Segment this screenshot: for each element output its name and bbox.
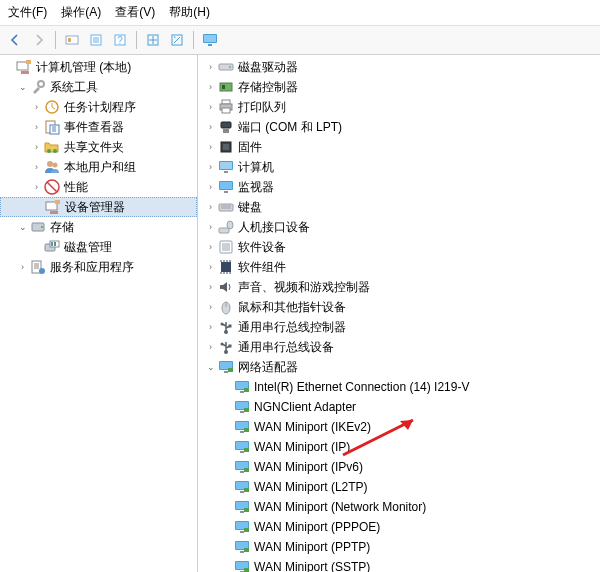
svg-rect-69 [224,371,228,373]
keyboard-icon [218,199,234,215]
device-usb-devices[interactable]: ›通用串行总线设备 [198,337,600,357]
expander-closed-icon[interactable]: › [30,181,43,194]
device-ports[interactable]: ›端口 (COM 和 LPT) [198,117,600,137]
network-adapter-item[interactable]: WAN Miniport (Network Monitor) [198,497,600,517]
expander-closed-icon[interactable]: › [204,121,217,134]
tree-disk-management[interactable]: 磁盘管理 [0,237,197,257]
expander-closed-icon[interactable]: › [204,101,217,114]
device-monitors[interactable]: ›监视器 [198,177,600,197]
network-adapter-item[interactable]: Intel(R) Ethernet Connection (14) I219-V [198,377,600,397]
device-label: 网络适配器 [238,357,298,377]
expander-closed-icon[interactable]: › [204,301,217,314]
tree-label: 本地用户和组 [64,157,136,177]
device-label: 端口 (COM 和 LPT) [238,117,342,137]
properties-button[interactable] [85,29,107,51]
network-adapter-item[interactable]: WAN Miniport (SSTP) [198,557,600,572]
expander-closed-icon[interactable]: › [204,181,217,194]
toolbar-btn-b[interactable] [166,29,188,51]
device-label: 通用串行总线设备 [238,337,334,357]
menu-action[interactable]: 操作(A) [61,4,101,21]
network-adapter-item[interactable]: WAN Miniport (PPTP) [198,537,600,557]
expander-closed-icon[interactable]: › [204,161,217,174]
toolbar-btn-a[interactable] [142,29,164,51]
menu-view[interactable]: 查看(V) [115,4,155,21]
scan-button[interactable] [61,29,83,51]
help-button[interactable]: ? [109,29,131,51]
device-sound[interactable]: ›声音、视频和游戏控制器 [198,277,600,297]
svg-point-29 [41,226,43,228]
expander-closed-icon[interactable]: › [204,141,217,154]
device-firmware[interactable]: ›固件 [198,137,600,157]
network-adapter-item[interactable]: WAN Miniport (PPPOE) [198,517,600,537]
device-network-adapters[interactable]: ⌄网络适配器 [198,357,600,377]
tree-performance[interactable]: › 性能 [0,177,197,197]
expander-closed-icon[interactable]: › [204,201,217,214]
device-software-devices[interactable]: ›软件设备 [198,237,600,257]
network-adapter-item[interactable]: WAN Miniport (IP) [198,437,600,457]
expander-closed-icon[interactable]: › [204,321,217,334]
expander-closed-icon[interactable]: › [204,281,217,294]
back-button[interactable] [4,29,26,51]
network-adapter-item[interactable]: NGNClient Adapter [198,397,600,417]
network-adapter-item[interactable]: WAN Miniport (IKEv2) [198,417,600,437]
device-mice[interactable]: ›鼠标和其他指针设备 [198,297,600,317]
menu-file[interactable]: 文件(F) [8,4,47,21]
expander-closed-icon[interactable]: › [16,261,29,274]
adapter-label: WAN Miniport (IP) [254,437,350,457]
toolbar-separator [136,31,137,49]
monitor-button[interactable] [199,29,221,51]
svg-point-35 [39,268,45,274]
device-keyboards[interactable]: ›键盘 [198,197,600,217]
expander-closed-icon[interactable]: › [30,141,43,154]
expander-closed-icon[interactable]: › [204,241,217,254]
tree-system-tools[interactable]: ⌄ 系统工具 [0,77,197,97]
device-disk-drives[interactable]: ›磁盘驱动器 [198,57,600,77]
device-hid[interactable]: ›人机接口设备 [198,217,600,237]
event-viewer-icon [44,119,60,135]
port-icon [218,119,234,135]
tree-event-viewer[interactable]: › 事件查看器 [0,117,197,137]
expander-closed-icon[interactable]: › [204,221,217,234]
printer-icon [218,99,234,115]
svg-rect-38 [220,83,232,91]
network-adapter-item[interactable]: WAN Miniport (IPv6) [198,457,600,477]
svg-rect-80 [236,422,248,429]
tree-shared-folders[interactable]: › 共享文件夹 [0,137,197,157]
expander-closed-icon[interactable]: › [204,341,217,354]
device-software-components[interactable]: ›软件组件 [198,257,600,277]
device-computer[interactable]: ›计算机 [198,157,600,177]
tree-task-scheduler[interactable]: › 任务计划程序 [0,97,197,117]
network-adapter-icon [218,359,234,375]
expander-closed-icon[interactable]: › [204,81,217,94]
expander-closed-icon[interactable]: › [30,161,43,174]
right-tree-pane[interactable]: ›磁盘驱动器 ›存储控制器 ›打印队列 ›端口 (COM 和 LPT) ›固件 … [198,55,600,572]
software-component-icon [218,259,234,275]
left-tree-pane[interactable]: 计算机管理 (本地) ⌄ 系统工具 › 任务计划程序 › 事件查看器 › 共享文… [0,55,198,572]
device-print-queues[interactable]: ›打印队列 [198,97,600,117]
clock-icon [44,99,60,115]
svg-rect-0 [66,36,78,44]
tree-local-users[interactable]: › 本地用户和组 [0,157,197,177]
device-usb-controllers[interactable]: ›通用串行总线控制器 [198,317,600,337]
tree-services-apps[interactable]: › 服务和应用程序 [0,257,197,277]
expander-open-icon[interactable]: ⌄ [16,81,29,94]
forward-button[interactable] [28,29,50,51]
menu-help[interactable]: 帮助(H) [169,4,210,21]
tree-storage[interactable]: ⌄ 存储 [0,217,197,237]
expander-closed-icon[interactable]: › [204,261,217,274]
svg-rect-108 [236,562,248,569]
adapter-label: WAN Miniport (PPPOE) [254,517,380,537]
network-adapter-item[interactable]: WAN Miniport (L2TP) [198,477,600,497]
hid-icon [218,219,234,235]
tree-device-manager[interactable]: 设备管理器 [0,197,197,217]
expander-closed-icon[interactable]: › [204,61,217,74]
device-manager-icon [45,199,61,215]
svg-rect-14 [21,71,29,74]
expander-open-icon[interactable]: ⌄ [204,361,217,374]
svg-rect-49 [224,171,228,173]
expander-closed-icon[interactable]: › [30,101,43,114]
expander-open-icon[interactable]: ⌄ [16,221,29,234]
tree-root-computer-mgmt[interactable]: 计算机管理 (本地) [0,57,197,77]
expander-closed-icon[interactable]: › [30,121,43,134]
device-storage-controllers[interactable]: ›存储控制器 [198,77,600,97]
